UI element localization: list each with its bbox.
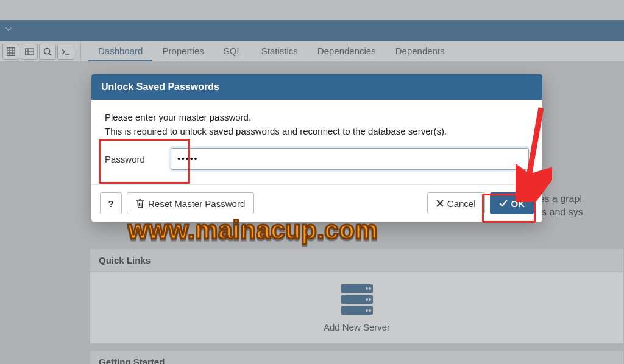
- reset-master-password-button[interactable]: Reset Master Password: [127, 192, 254, 214]
- dialog-footer: ? Reset Master Password Cancel OK: [91, 184, 542, 222]
- trash-icon: [136, 199, 144, 208]
- dialog-title: Unlock Saved Passwords: [91, 74, 542, 100]
- reset-button-label: Reset Master Password: [148, 198, 245, 209]
- ok-button-label: OK: [511, 198, 525, 209]
- unlock-passwords-dialog: Unlock Saved Passwords Please enter your…: [91, 74, 542, 222]
- close-icon: [436, 200, 444, 207]
- dialog-message-line2: This is required to unlock saved passwor…: [105, 126, 447, 136]
- dialog-body: Please enter your master password. This …: [91, 100, 542, 184]
- password-field-row: Password: [105, 148, 529, 170]
- password-label: Password: [105, 154, 158, 164]
- cancel-button-label: Cancel: [447, 198, 476, 209]
- ok-button[interactable]: OK: [490, 192, 534, 214]
- help-button[interactable]: ?: [100, 192, 122, 214]
- check-icon: [499, 200, 508, 207]
- dialog-message-line1: Please enter your master password.: [105, 112, 251, 122]
- password-input[interactable]: [171, 148, 529, 170]
- dialog-message: Please enter your master password. This …: [105, 111, 529, 138]
- cancel-button[interactable]: Cancel: [427, 192, 485, 214]
